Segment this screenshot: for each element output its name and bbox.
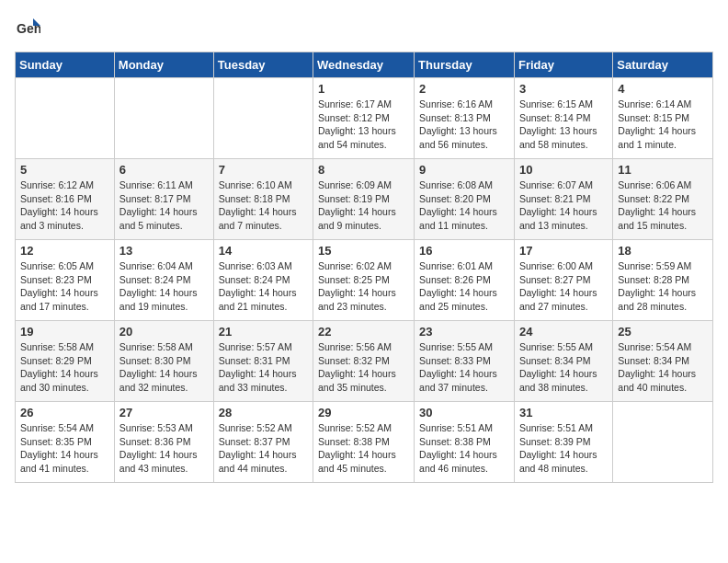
day-number: 21 [219, 325, 308, 339]
day-number: 3 [519, 82, 608, 96]
calendar-day-cell: 3Sunrise: 6:15 AM Sunset: 8:14 PM Daylig… [514, 78, 612, 159]
day-info: Sunrise: 5:52 AM Sunset: 8:38 PM Dayligh… [318, 421, 409, 476]
day-number: 26 [20, 406, 109, 419]
calendar-week-row: 1Sunrise: 6:17 AM Sunset: 8:12 PM Daylig… [16, 78, 713, 159]
day-info: Sunrise: 6:09 AM Sunset: 8:19 PM Dayligh… [318, 178, 409, 233]
day-number: 22 [318, 325, 409, 339]
calendar-day-cell: 15Sunrise: 6:02 AM Sunset: 8:25 PM Dayli… [313, 240, 415, 321]
calendar-day-cell: 13Sunrise: 6:04 AM Sunset: 8:24 PM Dayli… [114, 240, 213, 321]
day-number: 9 [419, 163, 509, 177]
day-info: Sunrise: 5:53 AM Sunset: 8:36 PM Dayligh… [119, 421, 209, 476]
day-info: Sunrise: 6:14 AM Sunset: 8:15 PM Dayligh… [618, 98, 708, 152]
weekday-header-monday: Monday [114, 52, 213, 78]
weekday-header-wednesday: Wednesday [313, 52, 415, 78]
day-number: 6 [119, 163, 209, 177]
calendar-day-cell: 30Sunrise: 5:51 AM Sunset: 8:38 PM Dayli… [415, 402, 515, 483]
calendar-table: SundayMondayTuesdayWednesdayThursdayFrid… [15, 52, 713, 483]
calendar-day-cell: 9Sunrise: 6:08 AM Sunset: 8:20 PM Daylig… [415, 159, 515, 240]
day-number: 27 [119, 406, 209, 419]
calendar-day-cell: 8Sunrise: 6:09 AM Sunset: 8:19 PM Daylig… [313, 159, 415, 240]
calendar-day-cell: 16Sunrise: 6:01 AM Sunset: 8:26 PM Dayli… [415, 240, 515, 321]
calendar-day-cell: 27Sunrise: 5:53 AM Sunset: 8:36 PM Dayli… [114, 402, 213, 483]
weekday-header-saturday: Saturday [613, 52, 713, 78]
calendar-day-cell: 19Sunrise: 5:58 AM Sunset: 8:29 PM Dayli… [16, 321, 115, 402]
day-info: Sunrise: 5:54 AM Sunset: 8:35 PM Dayligh… [20, 421, 109, 476]
day-info: Sunrise: 5:56 AM Sunset: 8:32 PM Dayligh… [318, 340, 409, 395]
calendar-day-cell: 1Sunrise: 6:17 AM Sunset: 8:12 PM Daylig… [313, 78, 415, 159]
day-info: Sunrise: 5:52 AM Sunset: 8:37 PM Dayligh… [219, 421, 308, 476]
calendar-day-cell: 4Sunrise: 6:14 AM Sunset: 8:15 PM Daylig… [613, 78, 713, 159]
day-number: 8 [318, 163, 409, 177]
day-number: 17 [519, 244, 608, 258]
day-info: Sunrise: 6:10 AM Sunset: 8:18 PM Dayligh… [219, 178, 308, 233]
weekday-header-tuesday: Tuesday [213, 52, 313, 78]
day-info: Sunrise: 6:05 AM Sunset: 8:23 PM Dayligh… [20, 259, 109, 314]
day-info: Sunrise: 6:08 AM Sunset: 8:20 PM Dayligh… [419, 178, 509, 233]
calendar-day-cell: 17Sunrise: 6:00 AM Sunset: 8:27 PM Dayli… [514, 240, 612, 321]
day-info: Sunrise: 6:04 AM Sunset: 8:24 PM Dayligh… [119, 259, 209, 314]
calendar-day-cell: 12Sunrise: 6:05 AM Sunset: 8:23 PM Dayli… [16, 240, 115, 321]
day-number: 11 [618, 163, 708, 177]
weekday-header-sunday: Sunday [16, 52, 115, 78]
calendar-week-row: 5Sunrise: 6:12 AM Sunset: 8:16 PM Daylig… [16, 159, 713, 240]
day-number: 5 [20, 163, 109, 177]
day-info: Sunrise: 6:06 AM Sunset: 8:22 PM Dayligh… [618, 178, 708, 233]
day-number: 23 [419, 325, 509, 339]
logo-icon: Gen [15, 15, 40, 40]
calendar-day-cell: 22Sunrise: 5:56 AM Sunset: 8:32 PM Dayli… [313, 321, 415, 402]
calendar-day-cell: 20Sunrise: 5:58 AM Sunset: 8:30 PM Dayli… [114, 321, 213, 402]
day-info: Sunrise: 5:54 AM Sunset: 8:34 PM Dayligh… [618, 340, 708, 395]
day-info: Sunrise: 5:55 AM Sunset: 8:34 PM Dayligh… [519, 340, 608, 395]
day-number: 31 [519, 406, 608, 419]
calendar-day-cell: 28Sunrise: 5:52 AM Sunset: 8:37 PM Dayli… [213, 402, 313, 483]
empty-cell [114, 78, 213, 159]
logo: Gen [15, 15, 44, 40]
calendar-day-cell: 23Sunrise: 5:55 AM Sunset: 8:33 PM Dayli… [415, 321, 515, 402]
day-number: 12 [20, 244, 109, 258]
calendar-day-cell: 10Sunrise: 6:07 AM Sunset: 8:21 PM Dayli… [514, 159, 612, 240]
calendar-day-cell: 14Sunrise: 6:03 AM Sunset: 8:24 PM Dayli… [213, 240, 313, 321]
page-header: Gen [15, 15, 713, 40]
empty-cell [213, 78, 313, 159]
day-info: Sunrise: 6:17 AM Sunset: 8:12 PM Dayligh… [318, 98, 409, 152]
day-number: 19 [20, 325, 109, 339]
day-number: 24 [519, 325, 608, 339]
day-number: 7 [219, 163, 308, 177]
day-number: 25 [618, 325, 708, 339]
calendar-day-cell: 26Sunrise: 5:54 AM Sunset: 8:35 PM Dayli… [16, 402, 115, 483]
day-info: Sunrise: 5:58 AM Sunset: 8:30 PM Dayligh… [119, 340, 209, 395]
day-number: 16 [419, 244, 509, 258]
day-number: 14 [219, 244, 308, 258]
calendar-day-cell: 6Sunrise: 6:11 AM Sunset: 8:17 PM Daylig… [114, 159, 213, 240]
calendar-day-cell: 24Sunrise: 5:55 AM Sunset: 8:34 PM Dayli… [514, 321, 612, 402]
weekday-header-thursday: Thursday [415, 52, 515, 78]
day-info: Sunrise: 6:00 AM Sunset: 8:27 PM Dayligh… [519, 259, 608, 314]
calendar-day-cell: 31Sunrise: 5:51 AM Sunset: 8:39 PM Dayli… [514, 402, 612, 483]
day-number: 18 [618, 244, 708, 258]
calendar-day-cell: 7Sunrise: 6:10 AM Sunset: 8:18 PM Daylig… [213, 159, 313, 240]
calendar-day-cell: 2Sunrise: 6:16 AM Sunset: 8:13 PM Daylig… [415, 78, 515, 159]
day-info: Sunrise: 5:58 AM Sunset: 8:29 PM Dayligh… [20, 340, 109, 395]
calendar-day-cell: 25Sunrise: 5:54 AM Sunset: 8:34 PM Dayli… [613, 321, 713, 402]
calendar-day-cell: 21Sunrise: 5:57 AM Sunset: 8:31 PM Dayli… [213, 321, 313, 402]
calendar-week-row: 12Sunrise: 6:05 AM Sunset: 8:23 PM Dayli… [16, 240, 713, 321]
weekday-header-friday: Friday [514, 52, 612, 78]
day-info: Sunrise: 5:57 AM Sunset: 8:31 PM Dayligh… [219, 340, 308, 395]
day-info: Sunrise: 6:15 AM Sunset: 8:14 PM Dayligh… [519, 98, 608, 152]
day-number: 13 [119, 244, 209, 258]
day-info: Sunrise: 6:11 AM Sunset: 8:17 PM Dayligh… [119, 178, 209, 233]
calendar-day-cell: 29Sunrise: 5:52 AM Sunset: 8:38 PM Dayli… [313, 402, 415, 483]
day-number: 28 [219, 406, 308, 419]
day-info: Sunrise: 6:01 AM Sunset: 8:26 PM Dayligh… [419, 259, 509, 314]
day-number: 10 [519, 163, 608, 177]
day-number: 1 [318, 82, 409, 96]
day-info: Sunrise: 5:55 AM Sunset: 8:33 PM Dayligh… [419, 340, 509, 395]
day-number: 29 [318, 406, 409, 419]
calendar-day-cell: 18Sunrise: 5:59 AM Sunset: 8:28 PM Dayli… [613, 240, 713, 321]
day-number: 15 [318, 244, 409, 258]
weekday-header-row: SundayMondayTuesdayWednesdayThursdayFrid… [16, 52, 713, 78]
calendar-week-row: 19Sunrise: 5:58 AM Sunset: 8:29 PM Dayli… [16, 321, 713, 402]
empty-cell [613, 402, 713, 483]
day-info: Sunrise: 5:51 AM Sunset: 8:38 PM Dayligh… [419, 421, 509, 476]
calendar-day-cell: 11Sunrise: 6:06 AM Sunset: 8:22 PM Dayli… [613, 159, 713, 240]
